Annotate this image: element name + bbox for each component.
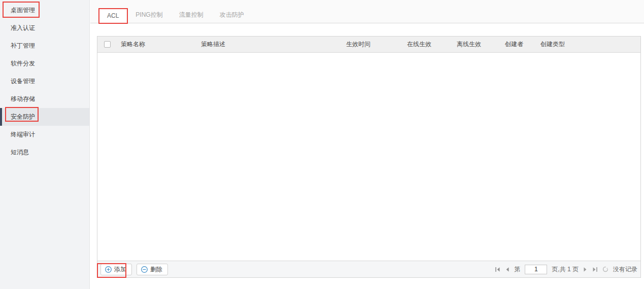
- sidebar-item-terminal-audit[interactable]: 终端审计: [0, 126, 89, 143]
- header-cell-policy-description[interactable]: 策略描述: [197, 40, 342, 49]
- grid-footer: 添加 删除: [97, 261, 640, 277]
- add-circle-icon: [105, 266, 112, 273]
- sidebar-item-short-message[interactable]: 短消息: [0, 143, 89, 161]
- header-cell-online-effective[interactable]: 在线生效: [403, 40, 453, 49]
- header-cell-offline-effective[interactable]: 离线生效: [453, 40, 501, 49]
- header-cell-effective-time[interactable]: 生效时间: [342, 40, 403, 49]
- tab-traffic-control[interactable]: 流量控制: [171, 8, 212, 23]
- tab-attack-protection[interactable]: 攻击防护: [212, 8, 252, 23]
- add-button-label: 添加: [114, 265, 126, 274]
- tab-bar: ACL PING控制 流量控制 攻击防护: [90, 0, 644, 23]
- tab-ping-control[interactable]: PING控制: [127, 8, 171, 23]
- footer-toolbar: 添加 删除: [100, 264, 168, 275]
- sidebar-item-software-distribution[interactable]: 软件分发: [0, 55, 89, 73]
- delete-button-label: 删除: [150, 265, 162, 274]
- header-cell-policy-name[interactable]: 策略名称: [117, 40, 197, 49]
- sidebar-item-security-protection[interactable]: 安全防护: [0, 108, 89, 126]
- grid-body-empty: [97, 53, 640, 261]
- grid-header-row: 策略名称 策略描述 生效时间 在线生效 离线生效 创建者 创建类型: [97, 37, 640, 53]
- minus-circle-icon: [141, 266, 148, 273]
- prev-page-button[interactable]: [505, 267, 510, 272]
- refresh-icon[interactable]: [602, 266, 608, 272]
- sidebar-item-access-auth[interactable]: 准入认证: [0, 19, 89, 37]
- last-page-button[interactable]: [592, 267, 598, 272]
- page-prefix-label: 第: [514, 265, 520, 274]
- pagination-bar: 第 页,共 1 页: [495, 265, 637, 274]
- header-cell-create-type[interactable]: 创建类型: [536, 40, 640, 49]
- add-button[interactable]: 添加: [100, 264, 132, 275]
- delete-button[interactable]: 删除: [137, 264, 168, 275]
- sidebar-item-device-management[interactable]: 设备管理: [0, 73, 89, 90]
- main-content: ACL PING控制 流量控制 攻击防护 策略名称 策略描述 生效时间 在线生效…: [90, 0, 644, 289]
- policy-grid: 策略名称 策略描述 生效时间 在线生效 离线生效 创建者 创建类型: [97, 36, 641, 278]
- sidebar: 桌面管理 准入认证 补丁管理 软件分发 设备管理 移动存储 安全防护 终端审计 …: [0, 0, 90, 289]
- header-cell-checkbox: [97, 41, 117, 48]
- sidebar-item-desktop-management[interactable]: 桌面管理: [0, 2, 89, 19]
- app-window: 桌面管理 准入认证 补丁管理 软件分发 设备管理 移动存储 安全防护 终端审计 …: [0, 0, 644, 289]
- no-records-label: 没有记录: [613, 265, 637, 274]
- sidebar-item-mobile-storage[interactable]: 移动存储: [0, 90, 89, 108]
- next-page-button[interactable]: [583, 267, 588, 272]
- page-number-input[interactable]: [525, 265, 547, 274]
- select-all-checkbox[interactable]: [104, 41, 111, 48]
- page-count-label: 页,共 1 页: [552, 265, 579, 274]
- header-cell-creator[interactable]: 创建者: [501, 40, 536, 49]
- first-page-button[interactable]: [495, 267, 500, 272]
- sidebar-item-patch-management[interactable]: 补丁管理: [0, 37, 89, 55]
- tab-acl[interactable]: ACL: [98, 8, 127, 23]
